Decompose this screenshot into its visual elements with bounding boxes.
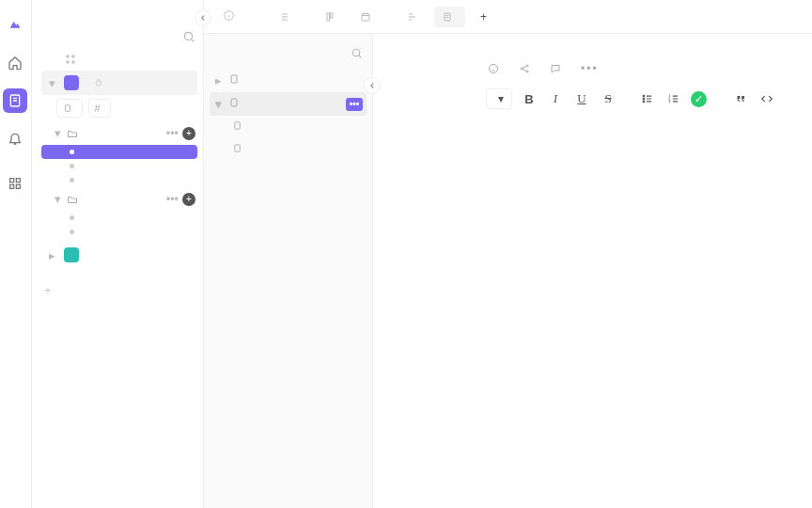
doc-icon	[228, 97, 240, 111]
comment-icon	[550, 63, 561, 74]
topbar: +	[204, 0, 812, 34]
svg-rect-15	[362, 13, 369, 21]
search-icon[interactable]	[351, 47, 363, 61]
list-assignment-submission[interactable]	[41, 225, 197, 239]
apps-icon[interactable]	[3, 171, 27, 196]
list-economics[interactable]	[41, 173, 197, 187]
add-icon-button[interactable]	[488, 63, 504, 74]
list-history-101[interactable]	[41, 145, 197, 159]
nav-rail	[0, 0, 32, 508]
folder-student[interactable]: ▾ ••• +	[41, 121, 197, 145]
bold-button[interactable]: B	[520, 89, 539, 108]
space-avatar-icon	[64, 75, 79, 90]
smile-icon	[488, 63, 499, 74]
underline-button[interactable]: U	[572, 89, 591, 108]
folder-class-management[interactable]: ▾ ••• +	[41, 187, 197, 211]
share-page-button[interactable]	[519, 63, 535, 74]
comments-button[interactable]	[550, 63, 566, 74]
space-student-test[interactable]: ▾	[41, 71, 197, 95]
editor-toolbar: ▾ B I U S 123 ✓	[486, 85, 803, 119]
tab-gantt[interactable]	[399, 7, 430, 27]
svg-rect-1	[10, 179, 14, 183]
more-icon[interactable]: •••	[581, 62, 599, 75]
page-so-many-kings[interactable]	[210, 138, 367, 161]
quote-button[interactable]	[731, 89, 750, 108]
tab-board[interactable]	[318, 7, 349, 27]
more-icon[interactable]: •••	[166, 193, 179, 206]
plus-icon: +	[480, 10, 487, 24]
chat-pill[interactable]: #	[88, 99, 111, 118]
docs-pill[interactable]	[56, 99, 83, 118]
tab-calendar[interactable]	[352, 7, 396, 27]
add-view-button[interactable]: +	[473, 6, 499, 28]
add-icon[interactable]: +	[182, 127, 195, 140]
spaces-heading	[43, 35, 47, 42]
list-icon	[278, 11, 289, 23]
bullet-icon	[70, 230, 74, 234]
svg-point-22	[490, 65, 498, 73]
space-avatar-icon	[64, 247, 79, 262]
doc-icon	[232, 143, 242, 156]
home-icon[interactable]	[3, 51, 27, 75]
svg-point-9	[71, 61, 73, 63]
svg-rect-21	[235, 145, 241, 151]
svg-rect-3	[10, 184, 14, 188]
link-button[interactable]	[784, 89, 803, 108]
svg-rect-14	[331, 13, 334, 18]
chevron-down-icon: ▾	[55, 126, 61, 140]
svg-text:3: 3	[668, 99, 671, 103]
share-icon	[519, 63, 530, 74]
svg-point-28	[643, 101, 645, 103]
page-options-icon[interactable]: •••	[346, 98, 363, 111]
notifications-icon[interactable]	[3, 126, 27, 151]
search-icon[interactable]	[182, 30, 195, 46]
svg-point-5	[184, 32, 192, 40]
app-logo-icon[interactable]	[3, 13, 27, 38]
hidden-spaces-label[interactable]	[41, 267, 197, 278]
svg-rect-20	[235, 122, 241, 129]
tab-tests[interactable]	[271, 7, 314, 27]
svg-point-26	[643, 95, 645, 97]
bulleted-list-button[interactable]	[638, 89, 657, 108]
svg-rect-13	[327, 13, 330, 21]
numbered-list-button[interactable]: 123	[664, 89, 683, 108]
document-area: ••• ▾ B I U S 123 ✓	[373, 34, 812, 508]
svg-point-23	[521, 68, 523, 70]
page-henry-viii[interactable]	[210, 116, 367, 138]
page-class-notes[interactable]: ▸	[210, 69, 367, 92]
checklist-button[interactable]: ✓	[691, 91, 707, 107]
info-icon[interactable]	[223, 9, 235, 24]
list-creative-writing[interactable]	[41, 159, 197, 173]
strike-button[interactable]: S	[599, 89, 617, 108]
svg-point-24	[526, 65, 528, 67]
chevron-right-icon: ▸	[215, 73, 223, 87]
gantt-icon	[407, 11, 418, 23]
folder-icon	[67, 128, 78, 139]
page-english-kings[interactable]: ▾ •••	[210, 92, 367, 116]
svg-rect-10	[96, 82, 101, 86]
sidebar-collapse-icon[interactable]	[195, 9, 211, 26]
docs-nav-icon[interactable]	[3, 88, 27, 113]
add-space-button[interactable]: +	[41, 278, 197, 299]
folder-icon	[67, 194, 78, 205]
space-test[interactable]: ▸	[41, 243, 197, 267]
more-icon[interactable]: •••	[166, 127, 179, 140]
favorites-heading	[41, 9, 197, 17]
tab-class-notes[interactable]	[434, 7, 465, 27]
main: + ▸ ▾ •••	[204, 0, 812, 508]
doc-meta-row: •••	[488, 62, 803, 75]
list-classes[interactable]	[41, 211, 197, 225]
svg-point-7	[71, 56, 73, 57]
sidebar-everything[interactable]	[41, 48, 197, 71]
add-icon[interactable]: +	[182, 193, 195, 206]
paragraph-style-select[interactable]: ▾	[486, 88, 512, 109]
italic-button[interactable]: I	[546, 89, 565, 108]
code-button[interactable]	[757, 89, 776, 108]
sidebar: ▾ # ▾ ••• +	[32, 0, 204, 508]
lock-icon	[94, 76, 103, 89]
add-page-button[interactable]	[210, 161, 367, 170]
pages-panel: ▸ ▾ •••	[204, 34, 373, 508]
svg-rect-19	[231, 99, 237, 106]
doc-icon	[232, 120, 242, 134]
grid-icon	[64, 53, 77, 66]
